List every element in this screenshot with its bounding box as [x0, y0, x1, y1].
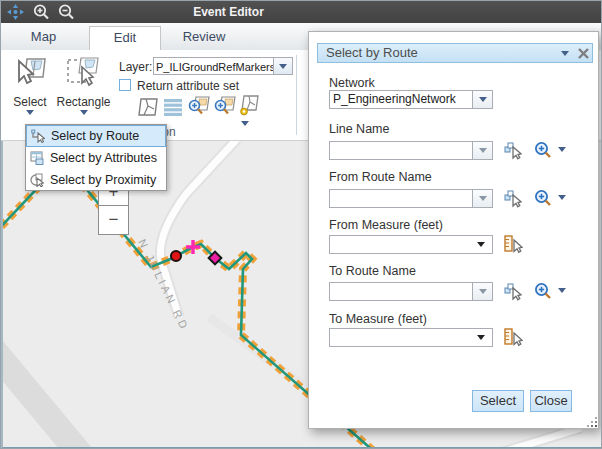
select-tool-caret-icon[interactable]: [26, 110, 34, 115]
menu-item-select-by-attributes[interactable]: Select by Attributes: [26, 147, 166, 169]
rectangle-tool-caret-icon[interactable]: [80, 110, 88, 115]
select-button[interactable]: Select: [472, 390, 524, 412]
selectable-layers-caret-icon[interactable]: [241, 121, 249, 126]
to-measure-caret-icon[interactable]: [477, 335, 485, 340]
layer-label: Layer:: [119, 60, 152, 74]
layer-dropdown-button[interactable]: [273, 57, 293, 75]
panel-collapse-caret-icon[interactable]: [561, 51, 569, 56]
map-zoom-out-button[interactable]: −: [98, 206, 129, 235]
titlebar: Event Editor: [1, 1, 602, 23]
from-route-combobox[interactable]: [329, 189, 473, 208]
network-dropdown-button[interactable]: [473, 90, 493, 109]
chevron-down-icon: [479, 196, 487, 201]
select-by-route-panel: Select by Route Network P_EngineeringNet…: [308, 31, 599, 429]
panel-header[interactable]: Select by Route: [317, 43, 593, 63]
line-name-zoom-lookup-icon[interactable]: [534, 141, 553, 160]
event-editor-window: N JULIAN RD + −: [0, 0, 602, 449]
from-route-zoom-caret-icon[interactable]: [558, 195, 566, 200]
chevron-down-icon: [479, 148, 487, 153]
to-route-zoom-lookup-icon[interactable]: [534, 282, 553, 301]
to-measure-combobox[interactable]: [329, 328, 493, 347]
rectangle-tool-label[interactable]: Rectangle: [56, 95, 111, 109]
line-name-label: Line Name: [329, 122, 389, 136]
chevron-down-icon: [479, 97, 487, 102]
chevron-down-icon: [479, 289, 487, 294]
return-attribute-set-label: Return attribute set: [137, 79, 239, 93]
to-route-dropdown-button[interactable]: [473, 282, 493, 301]
app-title: Event Editor: [161, 1, 296, 23]
rectangle-tool-icon[interactable]: [65, 57, 99, 87]
selectable-layers-icon[interactable]: [238, 95, 259, 118]
line-name-select-on-map-icon[interactable]: [504, 142, 522, 160]
to-route-label: To Route Name: [329, 264, 416, 278]
route-select-icon: [31, 129, 45, 143]
pan-icon[interactable]: [6, 3, 25, 21]
menu-item-label: Select by Route: [51, 129, 139, 143]
menu-item-label: Select by Proximity: [50, 173, 156, 187]
select-tool-label[interactable]: Select: [7, 95, 53, 109]
close-button[interactable]: Close: [530, 390, 572, 412]
from-route-dropdown-button[interactable]: [473, 189, 493, 208]
panel-title: Select by Route: [326, 44, 418, 62]
select-dropdown-menu: Select by Route Select by Attributes Sel…: [25, 124, 167, 191]
proximity-select-icon: [30, 173, 44, 187]
zoom-out-icon[interactable]: [57, 3, 76, 21]
layer-combobox[interactable]: P_ILIGroundRefMarkers: [153, 57, 274, 75]
select-tool-icon[interactable]: [13, 57, 47, 87]
from-route-zoom-lookup-icon[interactable]: [534, 189, 553, 208]
to-measure-label: To Measure (feet): [329, 312, 427, 326]
from-route-select-on-map-icon[interactable]: [504, 190, 522, 208]
select-features-icon[interactable]: [138, 97, 158, 117]
from-measure-pick-icon[interactable]: [504, 235, 523, 254]
ribbon-group-divider: [296, 55, 297, 135]
attributes-table-icon[interactable]: [163, 98, 183, 116]
zoom-in-icon[interactable]: [32, 3, 51, 21]
attributes-select-icon: [30, 151, 44, 165]
menu-item-select-by-proximity[interactable]: Select by Proximity: [26, 169, 166, 191]
line-name-zoom-caret-icon[interactable]: [558, 147, 566, 152]
from-measure-combobox[interactable]: [329, 235, 493, 254]
from-measure-caret-icon[interactable]: [477, 242, 485, 247]
chevron-down-icon: [279, 64, 287, 69]
network-label: Network: [329, 76, 375, 90]
tab-review[interactable]: Review: [173, 23, 235, 50]
from-route-label: From Route Name: [329, 170, 432, 184]
zoom-to-next-selection-icon[interactable]: [213, 96, 236, 118]
zoom-to-selection-icon[interactable]: [187, 96, 210, 118]
menu-item-select-by-route[interactable]: Select by Route: [26, 125, 166, 147]
line-name-combobox[interactable]: [329, 141, 473, 160]
menu-item-label: Select by Attributes: [50, 151, 157, 165]
to-route-combobox[interactable]: [329, 282, 473, 301]
tab-edit[interactable]: Edit: [89, 26, 161, 50]
to-measure-pick-icon[interactable]: [504, 328, 523, 347]
tab-map[interactable]: Map: [16, 23, 71, 50]
from-measure-label: From Measure (feet): [329, 218, 443, 232]
to-route-select-on-map-icon[interactable]: [504, 283, 522, 301]
network-combobox[interactable]: P_EngineeringNetwork: [329, 90, 473, 109]
close-icon[interactable]: [577, 47, 590, 60]
resize-grip-icon[interactable]: [586, 416, 598, 428]
to-route-zoom-caret-icon[interactable]: [558, 288, 566, 293]
line-name-dropdown-button[interactable]: [473, 141, 493, 160]
return-attribute-set-checkbox[interactable]: [119, 79, 131, 91]
